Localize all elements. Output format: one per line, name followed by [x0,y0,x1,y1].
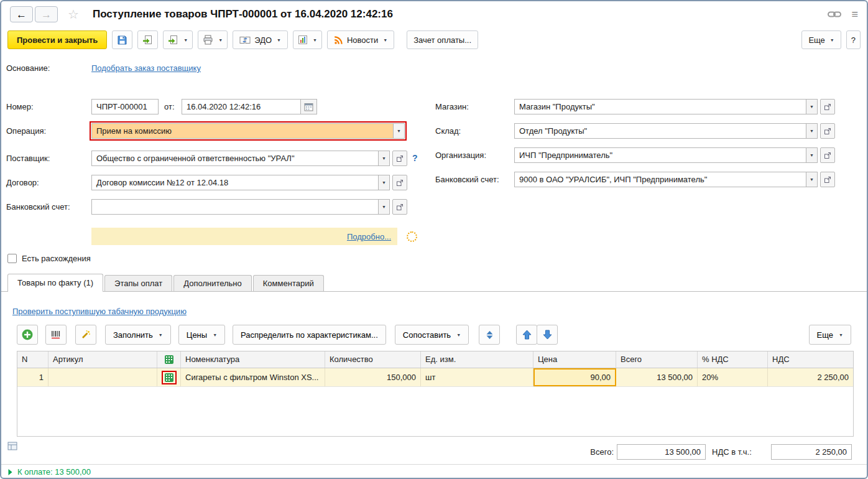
org-bank-account-value[interactable]: 9000 в ОАО "УРАЛСИБ", ИЧП "Предпринимате… [514,172,806,187]
cell-unit[interactable]: шт [421,368,533,386]
contract-field[interactable]: Договор комиссии №12 от 12.04.18 ▼ [91,175,407,190]
org-bank-account-open-button[interactable] [820,172,835,187]
store-open-button[interactable] [820,99,835,114]
organization-field[interactable]: ИЧП "Предприниматель" ▼ [514,147,835,163]
supplier-open-button[interactable] [392,151,407,166]
post-document-button[interactable] [137,30,158,49]
cell-article[interactable] [48,368,157,386]
magic-wand-button[interactable] [75,325,96,345]
bank-account-value[interactable] [91,199,379,215]
sort-updown-button[interactable] [479,325,500,345]
bank-account-open-button[interactable] [392,199,407,215]
operation-dropdown-button[interactable]: ▼ [394,123,405,139]
cell-n[interactable]: 1 [17,368,48,386]
favorites-star-icon[interactable]: ☆ [68,7,79,22]
contract-dropdown-button[interactable]: ▼ [379,175,390,190]
tab-goods-actual[interactable]: Товары по факту (1) [7,274,103,292]
move-row-down-button[interactable] [537,325,558,345]
discrepancies-checkbox-row[interactable]: Есть расхождения [7,254,91,263]
operation-value[interactable]: Прием на комиссию [91,123,394,139]
check-tobacco-link[interactable]: Проверить поступившую табачную продукцию [12,304,187,319]
vat-total-field[interactable]: 2 250,00 [771,444,852,460]
add-row-button[interactable] [17,325,38,345]
organization-value[interactable]: ИЧП "Предприниматель" [514,147,806,163]
distribute-button[interactable]: Распределить по характеристикам... [233,325,386,345]
contract-value[interactable]: Договор комиссии №12 от 12.04.18 [91,175,379,190]
organization-open-button[interactable] [820,147,835,163]
details-link[interactable]: Подробно... [347,229,391,244]
col-header-total[interactable]: Всего [616,351,698,368]
supplier-value[interactable]: Общество с ограниченной ответственностью… [91,151,379,166]
discrepancies-checkbox[interactable] [7,254,17,263]
organization-dropdown-button[interactable]: ▼ [806,147,818,163]
tab-payment-stages[interactable]: Этапы оплат [104,275,172,291]
date-value[interactable]: 16.04.2020 12:42:16 [182,99,301,114]
more-button[interactable]: Еще ▼ [801,30,841,49]
date-field[interactable]: 16.04.2020 12:42:16 [182,99,317,114]
print-button[interactable]: ▼ [198,30,228,49]
cell-price[interactable]: 90,00 [533,368,616,386]
match-button[interactable]: Сопоставить ▼ [395,325,469,345]
supplier-help-icon[interactable]: ? [412,151,418,166]
store-field[interactable]: Магазин "Продукты" ▼ [514,99,835,114]
contract-open-button[interactable] [392,175,407,190]
cell-total[interactable]: 13 500,00 [616,368,698,386]
col-header-vat-rate[interactable]: % НДС [698,351,768,368]
calendar-button[interactable] [301,99,317,114]
col-header-unit[interactable]: Ед. изм. [421,351,533,368]
forward-button[interactable]: → [35,6,58,22]
number-field[interactable]: ЧПРТ-000001 [91,99,159,114]
post-menu-button[interactable]: ▼ [163,30,193,49]
summary-panel-icon[interactable] [7,442,17,452]
bank-account-field[interactable]: ▼ [91,199,407,215]
cell-vat-rate[interactable]: 20% [698,368,768,386]
operation-field[interactable]: Прием на комиссию ▼ [91,123,405,139]
get-link-icon[interactable] [828,11,841,18]
col-header-quantity[interactable]: Количество [325,351,421,368]
col-header-marking[interactable] [157,351,181,368]
col-header-article[interactable]: Артикул [48,351,157,368]
col-header-n[interactable]: N [17,351,48,368]
org-bank-account-field[interactable]: 9000 в ОАО "УРАЛСИБ", ИЧП "Предпринимате… [514,172,835,187]
contract-label: Договор: [6,175,39,190]
news-button[interactable]: Новости ▼ [327,30,394,49]
window-menu-icon[interactable]: ≡ [851,8,858,21]
col-header-price[interactable]: Цена [533,351,616,368]
back-button[interactable]: ← [10,6,33,22]
help-button[interactable]: ? [846,30,861,49]
warehouse-open-button[interactable] [820,123,835,139]
store-value[interactable]: Магазин "Продукты" [514,99,806,114]
table-more-button[interactable]: Еще ▼ [809,325,851,345]
barcode-scanner-button[interactable] [45,325,67,345]
open-form-icon [824,103,831,111]
total-field[interactable]: 13 500,00 [617,444,706,460]
col-header-nomenclature[interactable]: Номенклатура [181,351,325,368]
supplier-field[interactable]: Общество с ограниченной ответственностью… [91,151,407,166]
col-header-vat[interactable]: НДС [768,351,853,368]
number-value[interactable]: ЧПРТ-000001 [91,99,159,114]
edo-button[interactable]: ЭДО ▼ [233,30,288,49]
post-and-close-button[interactable]: Провести и закрыть [7,30,107,49]
store-dropdown-button[interactable]: ▼ [806,99,818,114]
cell-vat[interactable]: 2 250,00 [768,368,853,386]
bank-account-dropdown-button[interactable]: ▼ [379,199,390,215]
payment-offset-button[interactable]: Зачет оплаты... [407,30,478,49]
warehouse-value[interactable]: Отдел "Продукты" [514,123,806,139]
cell-nomenclature[interactable]: Сигареты с фильтром Winston XS... [181,368,325,386]
cell-marking[interactable] [157,368,181,386]
save-button[interactable] [112,30,132,49]
move-row-up-button[interactable] [516,325,537,345]
org-bank-account-dropdown-button[interactable]: ▼ [806,172,818,187]
warehouse-dropdown-button[interactable]: ▼ [806,123,818,139]
prices-button[interactable]: Цены ▼ [178,325,225,345]
select-supplier-order-link[interactable]: Подобрать заказ поставщику [91,60,201,76]
tab-comment[interactable]: Комментарий [253,275,324,291]
cell-quantity[interactable]: 150,000 [325,368,421,386]
supplier-dropdown-button[interactable]: ▼ [379,151,390,166]
payable-expander[interactable]: К оплате: 13 500,00 [7,467,91,477]
warehouse-field[interactable]: Отдел "Продукты" ▼ [514,123,835,139]
reports-button[interactable]: ▼ [293,30,322,49]
table-row[interactable]: 1 Сигареты с фильтром Winston XS... 150,… [17,368,853,387]
fill-button[interactable]: Заполнить ▼ [105,325,171,345]
tab-additional[interactable]: Дополнительно [173,275,252,291]
